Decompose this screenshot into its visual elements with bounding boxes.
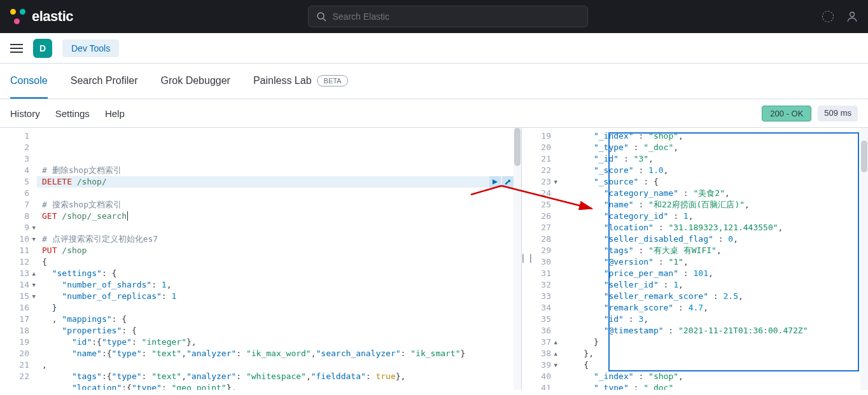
play-icon — [492, 179, 498, 185]
response-scrollbar[interactable] — [860, 128, 868, 390]
tab-console[interactable]: Console — [10, 64, 48, 99]
editor-code[interactable]: # 删除shop文档索引DELETE /shop/ # 搜索shop文档索引GE… — [37, 128, 521, 390]
svg-line-1 — [323, 18, 326, 21]
help-link[interactable]: Help — [105, 108, 125, 119]
wrench-icon — [504, 178, 512, 186]
beta-badge: BETA — [317, 75, 349, 87]
global-search[interactable] — [308, 6, 588, 27]
newsfeed-icon[interactable] — [822, 11, 834, 22]
devtools-tabs: Console Search Profiler Grok Debugger Pa… — [0, 64, 868, 99]
brand-name: elastic — [32, 8, 73, 25]
editor-gutter: 123456789▼10▼111213▲14▼15▼16171819202122 — [0, 128, 37, 390]
tab-painless-label: Painless Lab — [253, 75, 312, 87]
console-panes: 123456789▼10▼111213▲14▼15▼16171819202122… — [0, 127, 868, 390]
response-time: 509 ms — [818, 106, 858, 121]
svg-point-2 — [850, 12, 855, 17]
request-editor[interactable]: 123456789▼10▼111213▲14▼15▼16171819202122… — [0, 128, 522, 390]
user-icon[interactable] — [846, 11, 858, 22]
console-subbar: History Settings Help 200 - OK 509 ms — [0, 99, 868, 127]
top-bar: elastic — [0, 0, 868, 33]
tab-search-profiler[interactable]: Search Profiler — [71, 64, 138, 99]
tab-grok-debugger[interactable]: Grok Debugger — [161, 64, 230, 99]
space-selector[interactable]: D — [33, 39, 52, 58]
history-link[interactable]: History — [10, 108, 40, 119]
request-options-button[interactable] — [502, 176, 514, 188]
response-status: 200 - OK — [762, 106, 811, 121]
nav-toggle-button[interactable] — [10, 44, 23, 53]
elastic-logo-icon — [10, 9, 25, 24]
settings-link[interactable]: Settings — [55, 108, 90, 119]
pane-splitter[interactable]: ❘❘ — [519, 253, 535, 263]
brand-logo[interactable]: elastic — [10, 8, 73, 25]
search-input[interactable] — [333, 11, 580, 22]
tab-painless-lab[interactable]: Painless Lab BETA — [253, 64, 349, 99]
svg-point-0 — [318, 13, 324, 19]
response-code: "_index" : "shop", "_type" : "_doc", "_i… — [559, 128, 868, 390]
search-icon — [316, 11, 326, 22]
response-viewer[interactable]: 1920212223▼2425262728293031323334353637▲… — [522, 128, 868, 390]
breadcrumb-devtools[interactable]: Dev Tools — [62, 39, 119, 57]
app-toolbar: D Dev Tools — [0, 33, 868, 64]
send-request-button[interactable] — [489, 176, 501, 188]
